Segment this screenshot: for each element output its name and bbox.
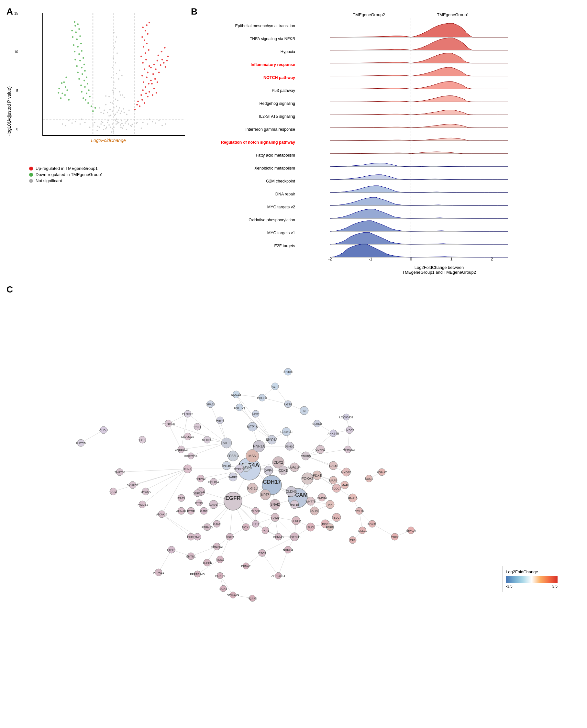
- svg-point-68: [119, 107, 120, 109]
- svg-text:LOC93432: LOC93432: [339, 416, 353, 419]
- legend-item-up: Up-regulated in TMEgeneGroup1: [36, 166, 98, 171]
- svg-text:MSN: MSN: [249, 454, 257, 458]
- svg-point-214: [64, 81, 65, 83]
- svg-point-207: [74, 21, 75, 23]
- svg-text:CREB3L3: CREB3L3: [175, 448, 188, 451]
- svg-point-84: [120, 94, 121, 96]
- svg-point-202: [72, 36, 73, 38]
- svg-text:GPNMB: GPNMB: [273, 536, 283, 539]
- svg-point-179: [87, 83, 88, 85]
- svg-point-54: [113, 107, 115, 109]
- svg-text:SNAI2: SNAI2: [271, 503, 280, 507]
- svg-text:CLRN3: CLRN3: [312, 422, 322, 425]
- svg-text:DPP4: DPP4: [264, 469, 273, 472]
- svg-text:PPP1R14D: PPP1R14D: [190, 573, 205, 576]
- svg-point-163: [165, 66, 166, 68]
- svg-point-158: [157, 60, 158, 62]
- svg-point-7: [121, 123, 123, 124]
- svg-text:0: 0: [410, 257, 412, 261]
- svg-point-139: [143, 46, 144, 48]
- svg-point-193: [74, 59, 76, 61]
- svg-point-195: [77, 46, 79, 48]
- svg-text:DSC3: DSC3: [258, 551, 266, 555]
- svg-text:NGFR: NGFR: [226, 536, 234, 539]
- svg-point-174: [86, 93, 87, 94]
- svg-point-81: [105, 95, 107, 97]
- svg-point-53: [110, 115, 111, 116]
- svg-point-188: [84, 64, 85, 65]
- svg-text:CYP2B6: CYP2B6: [234, 468, 245, 471]
- svg-text:FLNA: FLNA: [184, 468, 191, 471]
- svg-point-180: [84, 79, 85, 81]
- svg-point-116: [144, 102, 145, 104]
- svg-point-137: [145, 52, 146, 54]
- svg-text:TMEgeneGroup1: TMEgeneGroup1: [437, 12, 469, 17]
- svg-text:NOTCH3: NOTCH3: [288, 536, 300, 539]
- svg-point-162: [163, 62, 165, 64]
- svg-line-380: [81, 430, 103, 443]
- svg-point-211: [62, 93, 64, 94]
- svg-point-143: [147, 33, 148, 34]
- svg-point-21: [109, 124, 110, 125]
- svg-point-99: [142, 122, 144, 123]
- svg-point-87: [113, 81, 115, 83]
- svg-point-89: [121, 75, 123, 76]
- svg-point-115: [139, 105, 140, 107]
- log2fc-max-label: 3.5: [552, 584, 558, 589]
- svg-point-55: [117, 111, 118, 113]
- ridge-x-title: Log2FoldChange between TMEgeneGroup1 and…: [298, 265, 581, 275]
- svg-text:SFRP2: SFRP2: [291, 519, 301, 522]
- svg-point-155: [155, 69, 157, 70]
- svg-text:RHPN2: RHPN2: [196, 477, 206, 480]
- svg-line-352: [159, 550, 171, 572]
- svg-point-102: [85, 122, 86, 123]
- svg-text:DDC: DDC: [333, 487, 340, 490]
- svg-point-149: [154, 88, 155, 89]
- ridge-label-3: Inflammatory response: [191, 58, 298, 71]
- svg-point-124: [145, 86, 146, 88]
- svg-text:EGFR: EGFR: [225, 495, 240, 501]
- svg-point-110: [65, 125, 66, 126]
- y-axis-ticks: 15 10 5 0: [14, 10, 18, 133]
- svg-point-112: [68, 120, 70, 121]
- svg-text:KRT18: KRT18: [248, 487, 258, 490]
- svg-point-107: [155, 122, 157, 124]
- svg-text:GDF15: GDF15: [192, 492, 202, 495]
- svg-point-220: [92, 110, 94, 112]
- svg-point-130: [147, 72, 148, 73]
- svg-point-216: [66, 76, 67, 78]
- svg-text:GJB1: GJB1: [200, 510, 208, 513]
- svg-point-111: [159, 120, 160, 121]
- svg-text:RBP4: RBP4: [216, 419, 224, 422]
- svg-point-169: [136, 104, 138, 105]
- svg-text:TMPRSS3: TMPRSS3: [341, 448, 355, 451]
- svg-point-159: [160, 64, 162, 66]
- svg-text:GALM: GALM: [329, 464, 337, 468]
- svg-point-194: [81, 50, 83, 52]
- svg-text:PKP1: PKP1: [261, 529, 269, 532]
- svg-point-144: [145, 30, 146, 31]
- svg-point-199: [73, 44, 74, 46]
- y-axis-label: -log10(Adjusted P value): [6, 86, 11, 136]
- svg-text:PDX1: PDX1: [313, 474, 322, 477]
- svg-text:ZNF750: ZNF750: [115, 471, 125, 474]
- legend-item-ns: Not significant: [36, 178, 62, 183]
- svg-point-189: [79, 60, 81, 62]
- svg-point-42: [116, 123, 117, 124]
- svg-point-141: [144, 40, 145, 41]
- svg-point-128: [150, 79, 152, 81]
- svg-point-22: [112, 128, 113, 130]
- svg-text:PTRF: PTRF: [187, 510, 195, 513]
- svg-text:ARHGEF4: ARHGEF4: [272, 574, 285, 578]
- svg-text:TNS1: TNS1: [216, 558, 224, 561]
- svg-point-49: [107, 112, 108, 113]
- svg-text:PTPRZ1: PTPRZ1: [153, 571, 164, 574]
- svg-text:IHH: IHH: [327, 503, 333, 507]
- svg-text:EFNA2: EFNA2: [241, 565, 251, 568]
- svg-point-50: [112, 110, 113, 112]
- main-container: A -log10(Adjusted P value) 15 10 5: [0, 0, 587, 671]
- svg-point-200: [79, 35, 81, 37]
- svg-point-154: [152, 73, 154, 75]
- svg-point-106: [81, 118, 83, 120]
- svg-line-371: [120, 469, 188, 472]
